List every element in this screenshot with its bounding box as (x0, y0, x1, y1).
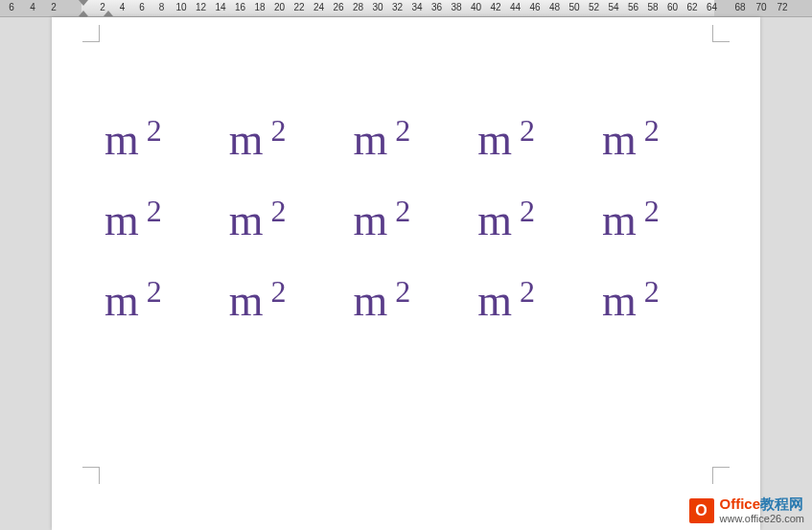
watermark-logo-icon: O (689, 498, 714, 523)
ruler-number: 64 (707, 2, 717, 12)
cell-superscript: 2 (395, 274, 410, 309)
cell-superscript: 2 (520, 113, 535, 148)
ruler-number: 72 (777, 2, 787, 12)
ruler-number: 40 (471, 2, 481, 12)
watermark-title-1: Office (720, 495, 761, 512)
cell-superscript: 2 (644, 194, 660, 228)
cell-base: m (477, 196, 512, 244)
margin-corner-tl (82, 25, 100, 42)
cell-superscript: 2 (271, 113, 287, 148)
watermark-url: www.office26.com (720, 513, 804, 524)
text-cell[interactable]: m2 (477, 194, 583, 245)
cell-base: m (354, 276, 388, 325)
cell-superscript: 2 (395, 194, 410, 228)
cell-superscript: 2 (147, 113, 162, 148)
text-cell[interactable]: m2 (104, 194, 210, 245)
cell-superscript: 2 (520, 194, 535, 228)
text-cell[interactable]: m2 (602, 113, 708, 165)
cell-base: m (602, 115, 637, 164)
margin-corner-bl (82, 467, 100, 484)
horizontal-ruler[interactable]: 6422468101214161820222426283032343638404… (0, 0, 812, 17)
cell-base: m (104, 196, 139, 244)
ruler-number: 36 (431, 2, 442, 12)
ruler-number: 14 (215, 2, 225, 12)
margin-corner-br (712, 467, 730, 484)
ruler-number: 22 (293, 2, 304, 12)
cell-base: m (477, 115, 512, 164)
cell-base: m (104, 276, 139, 325)
cell-base: m (477, 276, 512, 325)
cell-superscript: 2 (520, 274, 535, 309)
text-cell[interactable]: m2 (229, 194, 335, 245)
cell-superscript: 2 (271, 274, 287, 309)
text-row: m2m2m2m2m2 (104, 113, 708, 165)
ruler-number: 16 (235, 2, 245, 12)
cell-superscript: 2 (644, 113, 660, 148)
text-cell[interactable]: m2 (354, 113, 459, 165)
ruler-number: 54 (608, 2, 618, 12)
tab-marker[interactable] (104, 11, 113, 16)
text-cell[interactable]: m2 (354, 194, 459, 245)
ruler-number: 56 (628, 2, 638, 12)
watermark-title-2: 教程网 (760, 495, 803, 512)
cell-superscript: 2 (644, 274, 660, 309)
ruler-number: 30 (372, 2, 383, 12)
text-cell[interactable]: m2 (602, 194, 708, 245)
watermark: O Office教程网 www.office26.com (689, 496, 804, 524)
ruler-number: 34 (411, 2, 422, 12)
ruler-number: 52 (589, 2, 599, 12)
text-row: m2m2m2m2m2 (104, 274, 708, 326)
ruler-number: 6 (139, 2, 145, 12)
cell-base: m (229, 115, 264, 164)
text-cell[interactable]: m2 (477, 113, 583, 165)
cell-base: m (229, 196, 264, 244)
text-row: m2m2m2m2m2 (104, 194, 708, 245)
text-cell[interactable]: m2 (229, 274, 335, 326)
ruler-number: 4 (30, 2, 35, 12)
ruler-number: 8 (159, 2, 165, 12)
ruler-number: 68 (734, 2, 745, 12)
ruler-number: 60 (667, 2, 678, 12)
text-cell[interactable]: m2 (229, 113, 335, 165)
ruler-number: 32 (392, 2, 403, 12)
cell-superscript: 2 (147, 194, 162, 228)
ruler-number: 6 (9, 2, 14, 12)
cell-superscript: 2 (395, 113, 410, 148)
watermark-text: Office教程网 www.office26.com (720, 496, 804, 524)
cell-base: m (354, 115, 388, 164)
ruler-number: 2 (51, 2, 57, 12)
ruler-number: 58 (647, 2, 658, 12)
ruler-number: 42 (490, 2, 500, 12)
ruler-number: 46 (529, 2, 540, 12)
ruler-number: 38 (451, 2, 461, 12)
document-content[interactable]: m2m2m2m2m2m2m2m2m2m2m2m2m2m2m2 (104, 113, 708, 355)
ruler-number: 18 (254, 2, 265, 12)
cell-superscript: 2 (147, 274, 162, 309)
ruler-number: 26 (333, 2, 343, 12)
text-cell[interactable]: m2 (104, 113, 210, 165)
ruler-number: 12 (196, 2, 206, 12)
ruler-number: 62 (686, 2, 697, 12)
text-cell[interactable]: m2 (354, 274, 459, 326)
ruler-number: 24 (313, 2, 324, 12)
text-cell[interactable]: m2 (602, 274, 708, 326)
ruler-number: 10 (175, 2, 186, 12)
margin-corner-tr (712, 25, 730, 42)
text-cell[interactable]: m2 (477, 274, 583, 326)
ruler-number: 4 (120, 2, 126, 12)
ruler-number: 20 (274, 2, 285, 12)
ruler-number: 50 (568, 2, 579, 12)
ruler-number: 28 (353, 2, 363, 12)
ruler-number: 44 (510, 2, 521, 12)
text-cell[interactable]: m2 (104, 274, 210, 326)
cell-base: m (354, 196, 388, 244)
first-line-indent-marker[interactable] (79, 0, 88, 6)
cell-superscript: 2 (271, 194, 287, 228)
ruler-numbers: 6422468101214161820222426283032343638404… (0, 0, 812, 16)
cell-base: m (602, 196, 637, 244)
document-page[interactable]: m2m2m2m2m2m2m2m2m2m2m2m2m2m2m2 (52, 17, 760, 530)
cell-base: m (229, 276, 264, 325)
ruler-number: 70 (755, 2, 766, 12)
cell-base: m (104, 115, 139, 164)
ruler-number: 48 (549, 2, 560, 12)
